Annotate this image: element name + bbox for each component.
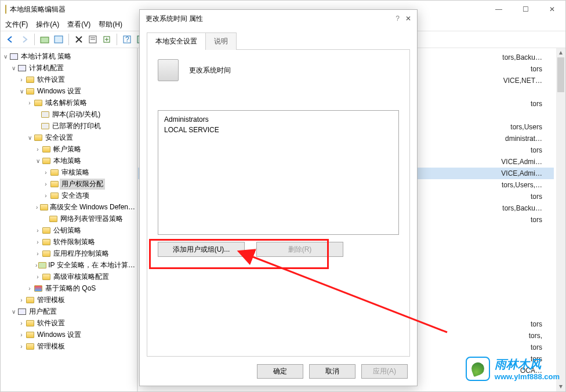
back-icon[interactable]	[4, 33, 17, 46]
tree-user-rights[interactable]: 用户权限分配	[60, 179, 105, 190]
dialog-footer: 确定 取消 应用(A)	[140, 357, 417, 386]
close-button[interactable]: ✕	[539, 1, 565, 18]
tree-dns-policy[interactable]: 域名解析策略	[43, 97, 89, 108]
tree-wdefender[interactable]: 高级安全 Windows Defen…	[48, 202, 137, 213]
tree-user-config[interactable]: 用户配置	[27, 306, 59, 317]
tree-account-policy[interactable]: 帐户策略	[52, 144, 83, 155]
qos-icon	[33, 284, 43, 293]
tree-srp[interactable]: 软件限制策略	[52, 237, 97, 248]
tree-pane[interactable]: ∨本地计算机 策略 ∨计算机配置 ›软件设置 ∨Windows 设置 ›域名解析…	[1, 48, 137, 391]
close-icon[interactable]: ✕	[405, 14, 411, 23]
tree-pubkey[interactable]: 公钥策略	[52, 225, 83, 236]
folder-icon	[41, 272, 52, 281]
tree-user-windows[interactable]: Windows 设置	[35, 329, 83, 340]
folder-icon	[25, 342, 35, 351]
ok-button[interactable]: 确定	[257, 364, 303, 379]
folder-icon	[25, 75, 35, 84]
tree-netlist[interactable]: 网络列表管理器策略	[59, 213, 125, 224]
app-icon	[5, 5, 6, 13]
watermark-url: www.ylmf888.com	[495, 372, 560, 381]
watermark-title: 雨林木风	[495, 357, 560, 372]
folder-icon	[25, 318, 35, 328]
folder-icon	[49, 179, 60, 188]
menu-view[interactable]: 查看(V)	[67, 20, 90, 30]
folder-icon	[25, 86, 35, 96]
remove-button: 删除(R)	[256, 242, 343, 257]
tree-qos[interactable]: 基于策略的 QoS	[43, 283, 97, 294]
folder-icon	[25, 330, 35, 339]
folder-icon	[41, 237, 52, 246]
tree-printers[interactable]: 已部署的打印机	[50, 121, 103, 132]
policy-name: 更改系统时间	[189, 66, 231, 75]
folder-icon	[39, 202, 48, 212]
tree-computer-config[interactable]: 计算机配置	[27, 63, 66, 74]
menu-help[interactable]: 帮助(H)	[99, 20, 122, 30]
add-user-button[interactable]: 添加用户或组(U)...	[158, 242, 245, 257]
user-icon	[17, 307, 27, 316]
delete-icon[interactable]	[72, 33, 85, 46]
minimize-button[interactable]: —	[485, 1, 512, 18]
up-icon[interactable]	[38, 33, 51, 46]
svg-rect-0	[41, 37, 49, 43]
svg-text:?: ?	[125, 35, 129, 43]
tree-advaudit[interactable]: 高级审核策略配置	[52, 271, 111, 282]
tab-explain[interactable]: 说明	[205, 32, 237, 50]
folder-icon	[41, 156, 52, 165]
computer-icon	[9, 52, 19, 61]
folder-icon	[48, 214, 59, 223]
key-icon	[38, 260, 46, 270]
printer-icon	[40, 121, 50, 130]
script-icon	[40, 110, 50, 119]
tree-security-settings[interactable]: 安全设置	[43, 132, 75, 143]
tree-user-admin[interactable]: 管理模板	[35, 341, 67, 352]
menu-action[interactable]: 操作(A)	[36, 20, 59, 30]
scroll-thumb[interactable]	[557, 57, 564, 92]
forward-icon[interactable]	[18, 33, 31, 46]
svg-rect-1	[55, 36, 63, 43]
folder-icon	[49, 191, 60, 200]
watermark-icon	[466, 357, 490, 381]
tree-scripts[interactable]: 脚本(启动/关机)	[50, 109, 102, 120]
list-item[interactable]: LOCAL SERVICE	[164, 125, 393, 135]
tree-local-policy[interactable]: 本地策略	[52, 155, 83, 166]
help-icon[interactable]: ?	[121, 33, 133, 46]
watermark: 雨林木风 www.ylmf888.com	[466, 357, 560, 381]
scrollbar[interactable]: ▴ ▾	[556, 48, 565, 391]
tree-audit-policy[interactable]: 审核策略	[60, 167, 91, 178]
tab-security[interactable]: 本地安全设置	[147, 32, 206, 50]
dialog-tabs: 本地安全设置 说明	[147, 32, 410, 50]
folder-icon	[41, 249, 52, 258]
gear-icon	[17, 63, 27, 72]
tree-software-settings[interactable]: 软件设置	[35, 74, 67, 85]
properties-dialog: 更改系统时间 属性 ? ✕ 本地安全设置 说明 更改系统时间 Administr…	[139, 9, 418, 386]
tree-root[interactable]: 本地计算机 策略	[19, 51, 73, 62]
properties-icon[interactable]	[86, 33, 99, 46]
help-icon[interactable]: ?	[396, 14, 400, 23]
members-list[interactable]: Administrators LOCAL SERVICE	[158, 110, 399, 235]
folder-icon	[41, 144, 52, 154]
tree-windows-settings[interactable]: Windows 设置	[35, 86, 83, 97]
list-item[interactable]: Administrators	[164, 114, 393, 125]
tree-user-software[interactable]: 软件设置	[35, 318, 67, 329]
dialog-titlebar: 更改系统时间 属性 ? ✕	[140, 10, 417, 27]
folder-icon	[25, 295, 35, 304]
menu-file[interactable]: 文件(F)	[5, 20, 28, 30]
list-icon[interactable]	[52, 33, 65, 46]
shield-icon	[33, 133, 43, 142]
policy-icon	[158, 59, 179, 81]
tree-ipsec[interactable]: IP 安全策略，在 本地计算…	[46, 260, 137, 271]
folder-icon	[33, 98, 43, 107]
folder-icon	[41, 226, 52, 235]
tree-admin-templates[interactable]: 管理模板	[35, 295, 67, 306]
maximize-button[interactable]: ☐	[512, 1, 539, 18]
cancel-button[interactable]: 取消	[309, 364, 355, 379]
folder-icon	[49, 168, 60, 177]
export-icon[interactable]	[100, 33, 113, 46]
apply-button: 应用(A)	[361, 364, 408, 379]
dialog-title: 更改系统时间 属性	[146, 14, 396, 24]
tree-security-options[interactable]: 安全选项	[60, 190, 91, 201]
tree-appctrl[interactable]: 应用程序控制策略	[52, 248, 111, 259]
